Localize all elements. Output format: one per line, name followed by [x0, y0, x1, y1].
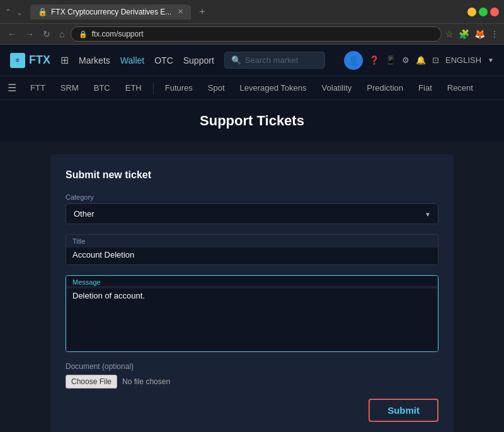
address-bar[interactable]: 🔒 ftx.com/support — [71, 26, 442, 42]
tab-favicon: 🔒 — [38, 8, 47, 16]
category-group: Category Other — [66, 193, 438, 224]
new-tab-button[interactable]: ＋ — [193, 4, 211, 20]
nav-support[interactable]: Support — [183, 55, 214, 65]
document-section: Document (optional) Choose File No file … — [66, 362, 438, 389]
submit-button[interactable]: Submit — [369, 399, 438, 422]
no-file-text: No file chosen — [122, 377, 170, 386]
choose-file-button[interactable]: Choose File — [66, 375, 117, 389]
main-content: Submit new ticket Category Other Title — [38, 142, 466, 432]
subnav-volatility[interactable]: Volatility — [316, 78, 358, 98]
app-header: ≡ FTX ⊞ Markets Wallet OTC Support 🔍 Sea… — [0, 45, 504, 76]
title-container: Title — [66, 234, 438, 265]
message-container: Message Deletion of account. — [66, 275, 438, 352]
lang-chevron[interactable]: ▼ — [488, 57, 494, 64]
message-group: Message Deletion of account. — [66, 275, 438, 352]
wallet-icon[interactable]: ⊡ — [432, 55, 439, 65]
url-text: ftx.com/support — [91, 30, 143, 38]
title-group: Title — [66, 234, 438, 265]
message-textarea[interactable]: Deletion of account. — [66, 288, 438, 351]
subnav-leveraged-tokens[interactable]: Leveraged Tokens — [234, 78, 313, 98]
lock-icon: 🔒 — [79, 30, 88, 38]
search-bar[interactable]: 🔍 Search market — [224, 52, 325, 69]
settings-icon[interactable]: ⚙ — [402, 55, 410, 65]
ftx-logo[interactable]: ≡ FTX — [10, 53, 50, 68]
nav-otc[interactable]: OTC — [154, 55, 173, 65]
page-title: Support Tickets — [0, 100, 504, 142]
page-container: Support Tickets Submit new ticket Catego… — [0, 100, 504, 432]
message-label: Message — [66, 276, 438, 286]
submit-row: Submit — [66, 399, 438, 422]
title-label: Title — [66, 235, 438, 245]
subnav-fiat[interactable]: Fiat — [412, 78, 438, 98]
minimize-button[interactable]: − — [467, 8, 476, 16]
subnav-recent[interactable]: Recent — [441, 78, 479, 98]
tab-close-button[interactable]: ✕ — [178, 8, 183, 16]
header-right: 👤 ❓ 📱 ⚙ 🔔 ⊡ ENGLISH ▼ — [344, 51, 494, 70]
hamburger-menu[interactable]: ☰ — [8, 82, 16, 94]
maximize-button[interactable]: □ — [479, 8, 488, 16]
bookmark-icon[interactable]: ☆ — [445, 29, 454, 39]
extensions-icon[interactable]: 🧩 — [459, 29, 469, 39]
back-button[interactable]: ← — [5, 28, 19, 40]
sub-nav: ☰ FTT SRM BTC ETH Futures Spot Leveraged… — [0, 76, 504, 100]
active-tab[interactable]: 🔒 FTX Cryptocurrency Derivatives E... ✕ — [30, 4, 191, 20]
subnav-srm[interactable]: SRM — [54, 78, 85, 98]
refresh-button[interactable]: ↻ — [40, 28, 53, 40]
help-icon[interactable]: ❓ — [369, 55, 379, 65]
header-nav: Markets Wallet OTC Support — [79, 55, 214, 65]
language-button[interactable]: ENGLISH — [445, 55, 481, 65]
subnav-spot[interactable]: Spot — [202, 78, 231, 98]
file-input-row: Choose File No file chosen — [66, 375, 438, 389]
close-button[interactable]: ✕ — [490, 8, 499, 16]
nav-markets[interactable]: Markets — [79, 55, 110, 65]
user-avatar[interactable]: 👤 — [344, 51, 363, 70]
tab-title: FTX Cryptocurrency Derivatives E... — [51, 8, 171, 16]
search-placeholder: Search market — [245, 55, 299, 65]
category-select[interactable]: Other — [66, 203, 438, 224]
subnav-futures[interactable]: Futures — [159, 78, 199, 98]
nav-separator — [153, 82, 154, 94]
profile-icon[interactable]: 🦊 — [474, 29, 485, 39]
form-title: Submit new ticket — [66, 169, 438, 181]
menu-icon[interactable]: ⋮ — [490, 29, 499, 39]
subnav-ftt[interactable]: FTT — [24, 78, 52, 98]
logo-icon: ≡ — [10, 53, 25, 68]
chevron-up-icon: ⌃ — [5, 8, 11, 16]
grid-icon[interactable]: ⊞ — [60, 54, 69, 66]
subnav-eth[interactable]: ETH — [119, 78, 148, 98]
home-button[interactable]: ⌂ — [57, 28, 67, 40]
title-input[interactable] — [66, 247, 438, 264]
nav-wallet[interactable]: Wallet — [120, 55, 144, 65]
category-label: Category — [66, 193, 438, 201]
logo-text: FTX — [29, 54, 50, 67]
category-select-wrapper: Other — [66, 203, 438, 224]
forward-button[interactable]: → — [23, 28, 37, 40]
subnav-prediction[interactable]: Prediction — [360, 78, 410, 98]
doc-label: Document (optional) — [66, 362, 438, 371]
mobile-icon[interactable]: 📱 — [386, 55, 396, 65]
notifications-icon[interactable]: 🔔 — [416, 55, 426, 65]
search-icon: 🔍 — [231, 55, 241, 65]
chevron-down-icon: ⌃ — [16, 8, 23, 16]
subnav-btc[interactable]: BTC — [88, 78, 117, 98]
submit-ticket-card: Submit new ticket Category Other Title — [50, 154, 454, 432]
